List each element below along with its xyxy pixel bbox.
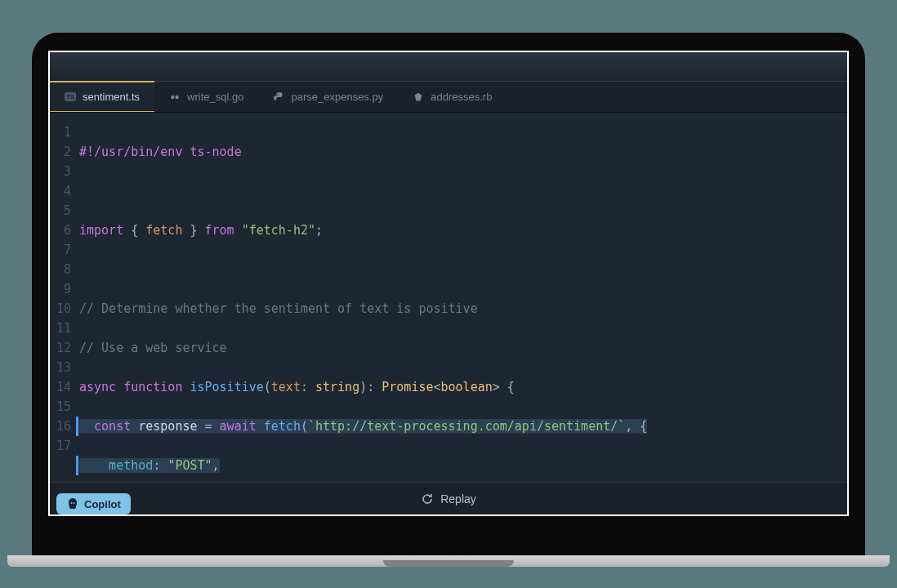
laptop-notch (383, 560, 514, 567)
code-line: const response = await fetch(`http://tex… (79, 416, 847, 436)
line-number: 5 (50, 201, 71, 220)
line-number: 9 (50, 279, 71, 299)
typescript-icon: TS (65, 91, 76, 103)
code-line: // Use a web service (79, 338, 847, 358)
tab-sentiment-ts[interactable]: TS sentiment.ts (50, 82, 154, 112)
tab-parse-expenses-py[interactable]: parse_expenses.py (258, 82, 398, 112)
code-line (79, 181, 847, 201)
line-number: 10 (50, 299, 71, 318)
replay-button[interactable]: Replay (50, 482, 847, 514)
go-icon (169, 91, 181, 103)
window-top-bar (50, 52, 847, 82)
line-number: 3 (50, 162, 71, 181)
line-number: 15 (50, 397, 71, 416)
tab-label: parse_expenses.py (291, 91, 383, 103)
copilot-label: Copilot (84, 498, 121, 510)
line-number: 2 (50, 142, 71, 162)
code-line: method: "POST", (79, 456, 847, 475)
tab-bar: TS sentiment.ts write_sql.go parse_expen… (50, 82, 847, 113)
laptop-frame: TS sentiment.ts write_sql.go parse_expen… (32, 33, 865, 555)
line-number: 7 (50, 240, 71, 260)
line-number: 6 (50, 220, 71, 240)
editor-area[interactable]: 1 2 3 4 5 6 7 8 9 10 11 12 13 14 15 16 1… (50, 113, 847, 482)
line-number-gutter: 1 2 3 4 5 6 7 8 9 10 11 12 13 14 15 16 1… (50, 122, 79, 482)
tab-label: write_sql.go (187, 91, 243, 103)
replay-icon (421, 492, 434, 506)
code-line (79, 260, 847, 279)
line-number: 17 (50, 436, 71, 456)
copilot-icon (66, 497, 79, 510)
code-content[interactable]: #!/usr/bin/env ts-node import { fetch } … (79, 122, 847, 482)
line-number: 16 (50, 416, 71, 436)
python-icon (273, 91, 284, 103)
tab-label: addresses.rb (431, 91, 492, 103)
code-line: async function isPositive(text: string):… (79, 377, 847, 397)
ruby-icon (413, 91, 424, 103)
svg-point-1 (176, 95, 179, 98)
line-number: 1 (50, 122, 71, 142)
line-number: 4 (50, 181, 71, 201)
line-number: 14 (50, 377, 71, 397)
line-number: 8 (50, 260, 71, 279)
copilot-badge[interactable]: Copilot (56, 493, 131, 514)
tab-addresses-rb[interactable]: addresses.rb (398, 82, 507, 112)
line-number: 12 (50, 338, 71, 358)
editor-screen: TS sentiment.ts write_sql.go parse_expen… (48, 51, 849, 516)
svg-point-0 (171, 95, 174, 98)
line-number: 11 (50, 318, 71, 338)
tab-label: sentiment.ts (83, 91, 140, 103)
line-number: 13 (50, 358, 71, 377)
code-line: import { fetch } from "fetch-h2"; (79, 220, 847, 240)
replay-label: Replay (440, 492, 476, 506)
tab-write-sql-go[interactable]: write_sql.go (154, 82, 258, 112)
code-line: // Determine whether the sentiment of te… (79, 299, 847, 318)
code-line: #!/usr/bin/env ts-node (79, 142, 847, 162)
